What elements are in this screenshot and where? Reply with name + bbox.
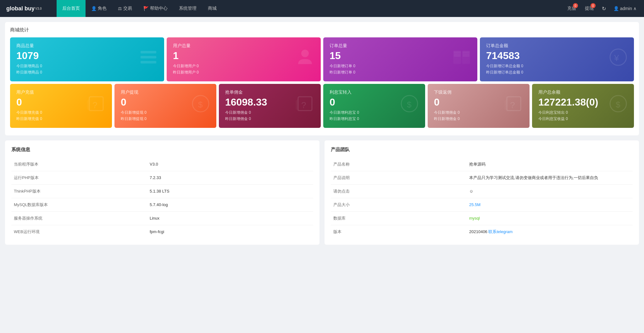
stat-card-sub: 今日新增商品 0 昨日新增商品 0 [16,63,158,76]
recharge-button[interactable]: 充值 0 [564,0,579,17]
table-cell-value: ☺ [467,184,633,198]
admin-menu[interactable]: 👤 admin ∧ [611,0,639,17]
logo-version: V3.0 [35,7,42,10]
table-cell-label: ThinkPHP版本 [11,184,147,198]
stats-row-1: 商品总量 1079 今日新增商品 0 昨日新增商品 0 用户总量 1 今日新增用… [10,37,634,81]
svg-text:?: ? [510,100,515,110]
withdraw-badge: 0 [591,3,596,8]
table-link[interactable]: mysql [469,216,480,221]
stats-row-2: 用户充值 0 今日新增充值 0 昨日新增充值 0 ? 用户提现 0 今日新增提现… [10,84,634,128]
stat-card: 商品总量 1079 今日新增商品 0 昨日新增商品 0 [10,37,164,81]
stat-card-sub: 今日新增用户 0 昨日新增用户 0 [173,63,314,76]
stat-card-icon: ? [87,94,106,117]
admin-label: admin [620,6,632,11]
table-cell-label: 产品大小 [331,198,467,211]
svg-rect-5 [463,51,469,63]
stat-card: 用户提现 0 今日新增提现 0 昨日新增提现 0 $ [114,84,216,128]
table-cell-label: 产品说明 [331,171,467,184]
table-cell-label: 产品名称 [331,158,467,171]
main-content: 商城统计 商品总量 1079 今日新增商品 0 昨日新增商品 0 用户总量 1 … [0,17,644,250]
table-cell-value: 5.1.38 LTS [147,184,313,198]
nav-item-system[interactable]: 系统管理 [173,0,202,17]
table-row: WEB运行环境 fpm-fcgi [11,225,313,238]
stat-card: 利息宝转入 0 今日新增利息宝 0 昨日新增利息宝 0 $ [323,84,425,128]
table-link[interactable]: 25.5M [469,202,480,207]
nav-home-label: 后台首页 [62,6,80,11]
nav-help-label: 帮助中心 [150,6,168,11]
recharge-badge: 0 [573,3,578,8]
svg-rect-0 [141,51,156,53]
admin-chevron-icon: ∧ [633,6,636,11]
stats-section: 商城统计 商品总量 1079 今日新增商品 0 昨日新增商品 0 用户总量 1 … [5,22,639,135]
table-row: 当前程序版本 V3.0 [11,158,313,171]
table-cell-value: mysql [467,211,633,225]
nav-trade-icon: ⚖ [118,6,122,11]
nav-help-icon: 🚩 [143,6,149,11]
table-cell-value: fpm-fcgi [147,225,313,238]
table-cell-value: Linux [147,211,313,225]
stat-card-icon: $ [400,94,419,117]
table-row: 数据库 mysql [331,211,633,225]
stat-card-icon: $ [191,94,210,117]
table-row: ThinkPHP版本 5.1.38 LTS [11,184,313,198]
stat-card: 用户总量 1 今日新增用户 0 昨日新增用户 0 [167,37,321,81]
table-row: MySQL数据库版本 5.7.40-log [11,198,313,211]
stat-card-icon: $ [609,94,628,117]
nav-system-label: 系统管理 [179,6,197,11]
table-cell-value: V3.0 [147,158,313,171]
logo: global buy V3.0 [0,0,57,17]
svg-rect-1 [141,56,156,58]
nav-item-shop[interactable]: 商城 [202,0,222,17]
nav-item-trade[interactable]: ⚖ 交易 [112,0,138,17]
stat-card: 用户充值 0 今日新增充值 0 昨日新增充值 0 ? [10,84,112,128]
system-info-title: 系统信息 [11,147,313,153]
table-cell-label: 请勿点击 [331,184,467,198]
table-cell-label: 数据库 [331,211,467,225]
system-info-panel: 系统信息 当前程序版本 V3.0 运行PHP版本 7.2.33 ThinkPHP… [5,140,319,245]
stat-card-value: 1 [173,50,314,62]
stat-card: 下级返佣 0 今日新增佣金 0 昨日新增佣金 0 ? [428,84,530,128]
stat-card-value: 714583 [486,50,628,62]
table-cell-value: 5.7.40-log [147,198,313,211]
stat-card-icon [296,48,314,71]
logo-text: global buy [6,5,35,12]
stat-card-label: 商品总量 [16,43,158,49]
stats-section-title: 商城统计 [10,27,634,33]
product-team-panel: 产品团队 产品名称 抢单源码 产品说明 本产品只为学习测试交流,请勿变做商业或者… [325,140,639,245]
stat-card: 用户总余额 127221.38(0) 今日利息宝转出 0 今日利息宝收益 0 $ [532,84,634,128]
stat-card-value: 1079 [16,50,158,62]
table-row: 产品大小 25.5M [331,198,633,211]
product-team-table: 产品名称 抢单源码 产品说明 本产品只为学习测试交流,请勿变做商业或者用于违法行… [331,158,633,238]
svg-text:?: ? [92,100,97,110]
table-cell-label: 版本 [331,225,467,238]
nav-role-icon: 👤 [91,6,97,11]
stat-card: 订单总量 15 今日新增订单 0 昨日新增订单 0 [323,37,477,81]
table-cell-label: MySQL数据库版本 [11,198,147,211]
table-cell-label: 服务器操作系统 [11,211,147,225]
stat-card-sub: 今日新增订单 0 昨日新增订单 0 [330,63,471,76]
table-cell-value: 抢单源码 [467,158,633,171]
stat-card-label: 订单总金额 [486,43,628,49]
stat-card-icon [452,48,471,71]
svg-text:$: $ [616,100,620,109]
table-row: 产品名称 抢单源码 [331,158,633,171]
nav-trade-label: 交易 [123,6,132,11]
nav-shop-label: 商城 [208,6,217,11]
header: global buy V3.0 后台首页 👤 角色 ⚖ 交易 🚩 帮助中心 系统… [0,0,644,17]
table-cell-value: 本产品只为学习测试交流,请勿变做商业或者用于违法行为,一切后果自负 [467,171,633,184]
table-row: 服务器操作系统 Linux [11,211,313,225]
stat-card-value: 15 [330,50,471,62]
svg-point-3 [301,50,309,57]
stat-card-icon: ? [504,94,523,117]
nav-item-role[interactable]: 👤 角色 [86,0,112,17]
nav-item-help[interactable]: 🚩 帮助中心 [138,0,173,17]
svg-text:$: $ [198,100,203,109]
svg-rect-2 [141,61,156,63]
table-row: 版本 20210406 联系telegram [331,225,633,238]
svg-text:?: ? [301,100,306,110]
nav-item-home[interactable]: 后台首页 [57,0,86,17]
stat-card-sub: 今日新增订单总金额 0 昨日新增订单总金额 0 [486,63,628,76]
refresh-button[interactable]: ↻ [599,0,608,17]
withdraw-button[interactable]: 提现 0 [582,0,597,17]
table-extra-link[interactable]: 联系telegram [488,229,513,234]
